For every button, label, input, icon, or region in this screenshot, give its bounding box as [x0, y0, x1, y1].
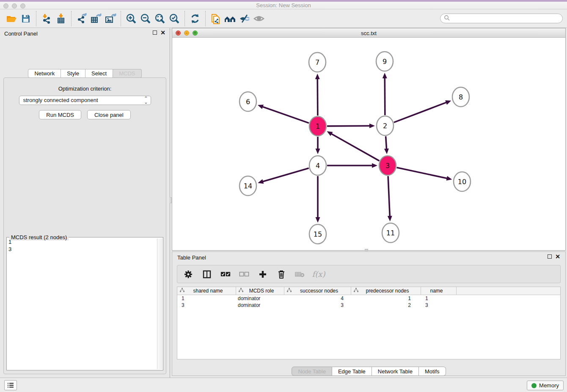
edge-arrowhead [384, 149, 389, 154]
column-header-MCDS-role[interactable]: MCDS role [236, 287, 284, 295]
graph-node-label: 4 [316, 162, 320, 170]
table-cell: 3 [421, 302, 457, 308]
tab-select[interactable]: Select [85, 69, 113, 78]
edge-2-9[interactable] [385, 77, 385, 115]
zoom-selected-icon[interactable] [167, 11, 182, 26]
edge-1-6[interactable] [261, 106, 309, 123]
close-table-panel-icon[interactable]: ✕ [555, 254, 560, 259]
add-column-icon[interactable] [258, 269, 268, 279]
edge-arrowhead [445, 100, 451, 105]
tab-network-table[interactable]: Network Table [372, 367, 419, 376]
edge-arrowhead [446, 176, 452, 181]
task-history-button[interactable] [4, 380, 17, 390]
zoom-fit-icon[interactable] [153, 11, 167, 26]
graph-node-label: 9 [383, 58, 387, 66]
select-all-icon[interactable] [220, 269, 231, 279]
hierarchy-icon [287, 288, 292, 294]
hide-selected-icon[interactable] [237, 11, 252, 26]
network-canvas[interactable]: 1234678910111415 [172, 38, 565, 250]
edge-arrowhead [383, 73, 387, 78]
delete-column-icon[interactable] [276, 269, 286, 279]
table-cell: dominator [236, 302, 284, 308]
memory-status-icon [531, 383, 537, 388]
close-panel-icon[interactable]: ✕ [160, 30, 165, 35]
first-neighbors-icon[interactable] [223, 11, 237, 26]
mcds-result-group: MCDS result (2 nodes) 1 3 [6, 237, 163, 370]
zoom-in-icon[interactable] [124, 11, 138, 26]
column-header-predecessor-nodes[interactable]: predecessor nodes [351, 287, 421, 295]
edge-1-2[interactable] [327, 126, 371, 126]
edge-3-10[interactable] [397, 168, 448, 179]
node-table[interactable]: shared nameMCDS rolesuccessor nodesprede… [177, 287, 561, 359]
main-toolbar [0, 9, 567, 28]
edge-3-11[interactable] [388, 176, 390, 217]
zoom-out-icon[interactable] [138, 11, 153, 26]
edge-arrowhead [316, 149, 320, 154]
toolbar-divider [184, 11, 185, 26]
table-cell: 1 [177, 295, 236, 301]
column-layout-icon[interactable] [202, 269, 212, 279]
titlebar-accent [0, 0, 567, 2]
table-panel-tabs: Node Table Edge Table Network Table Moti… [172, 367, 565, 376]
delete-table-icon[interactable] [295, 269, 305, 279]
search-icon [444, 15, 450, 22]
control-panel: Control Panel ✕ Network Style Select MCD… [0, 28, 170, 378]
refresh-icon[interactable] [188, 11, 202, 26]
optimization-criterion-select[interactable]: strongly connected component ⌃⌄ [19, 96, 151, 105]
tab-edge-table[interactable]: Edge Table [332, 367, 372, 376]
selected-criterion: strongly connected component [23, 97, 98, 103]
tab-mcds[interactable]: MCDS [113, 69, 141, 78]
import-network-icon[interactable] [39, 11, 54, 26]
edge-arrowhead [258, 105, 264, 109]
column-header-successor-nodes[interactable]: successor nodes [284, 287, 351, 295]
edge-1-7[interactable] [317, 78, 318, 116]
run-mcds-button[interactable]: Run MCDS [39, 110, 81, 119]
network-view-titlebar[interactable]: × − + scc.txt [172, 28, 565, 38]
export-network-icon[interactable] [74, 11, 89, 26]
import-table-icon[interactable] [54, 11, 68, 26]
tab-style[interactable]: Style [61, 69, 85, 78]
float-table-panel-icon[interactable] [548, 254, 552, 259]
toolbar-divider [205, 11, 206, 26]
edge-2-8[interactable] [394, 102, 447, 122]
result-scrollbar[interactable] [157, 238, 162, 369]
edge-2-3[interactable] [386, 136, 387, 150]
table-row[interactable]: 3dominator323 [177, 302, 560, 309]
edge-3-1[interactable] [330, 133, 379, 161]
deselect-all-icon[interactable] [239, 269, 249, 279]
network-graph: 1234678910111415 [172, 38, 565, 250]
horizontal-splitter-handle[interactable] [365, 249, 368, 251]
function-builder-icon[interactable]: f(x) [314, 269, 324, 279]
table-cell: 2 [351, 302, 421, 308]
export-table-icon[interactable] [89, 11, 103, 26]
save-session-icon[interactable] [19, 11, 33, 26]
tab-node-table[interactable]: Node Table [292, 367, 332, 376]
show-all-icon[interactable] [252, 11, 266, 26]
mcds-result-text[interactable]: 1 3 [8, 238, 157, 369]
window-titlebar: Session: New Session [0, 0, 567, 9]
hierarchy-icon [354, 288, 358, 294]
memory-button[interactable]: Memory [527, 381, 564, 390]
column-header-shared-name[interactable]: shared name [177, 287, 236, 295]
mcds-tab-content: Optimization criterion: strongly connect… [3, 77, 166, 374]
gear-icon[interactable] [183, 269, 193, 279]
clone-network-icon[interactable] [209, 11, 223, 26]
open-session-icon[interactable] [4, 11, 19, 26]
tab-network[interactable]: Network [28, 69, 61, 78]
column-header-name[interactable]: name [421, 287, 457, 295]
export-image-icon[interactable] [103, 11, 118, 26]
edge-4-14[interactable] [262, 168, 309, 182]
edge-arrowhead [369, 124, 375, 128]
search-input[interactable] [451, 15, 559, 22]
tab-motifs[interactable]: Motifs [419, 367, 446, 376]
table-toolbar: f(x) [177, 265, 561, 283]
column-header-label: shared name [184, 288, 236, 294]
float-panel-icon[interactable] [153, 30, 157, 35]
column-header-label: successor nodes [292, 288, 351, 294]
combo-stepper-icon: ⌃⌄ [144, 97, 148, 104]
table-row[interactable]: 1dominator411 [177, 295, 560, 302]
table-cell: 1 [351, 295, 421, 301]
close-panel-button[interactable]: Close panel [87, 110, 131, 119]
graph-node-label: 3 [385, 162, 390, 170]
toolbar-search[interactable] [440, 14, 563, 23]
